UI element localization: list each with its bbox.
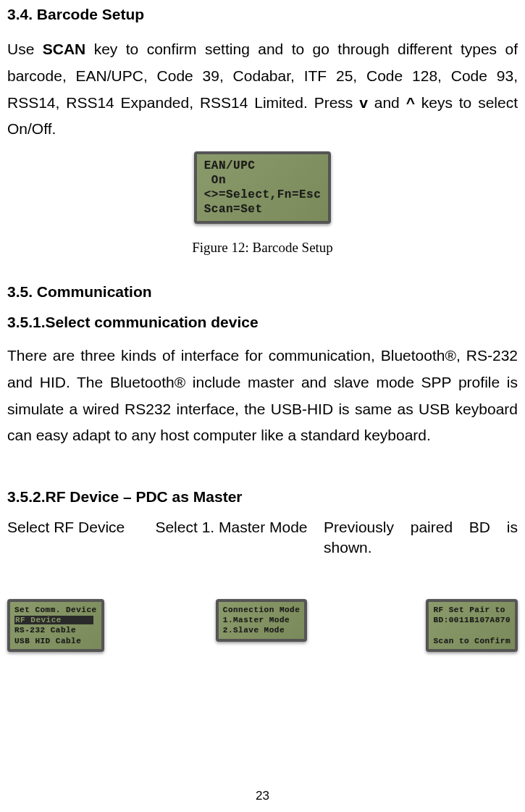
instruction-col-2: Select 1. Master Mode [155, 517, 324, 558]
lcd-screen-small: Connection Mode 1.Master Mode 2.Slave Mo… [216, 599, 308, 642]
text-fragment: Use [7, 41, 43, 57]
heading-rf-device-master: 3.5.2.RF Device – PDC as Master [7, 488, 518, 506]
lcd-line: RS-232 Cable [14, 626, 76, 635]
lcd-line: Set Comm. Device [14, 606, 97, 614]
spacer [7, 458, 518, 480]
instruction-text: Select 1. Master Mode [155, 517, 311, 537]
lcd-screen-small: RF Set Pair to BD:0011B107A870 Scan to C… [426, 599, 518, 652]
instruction-text: Select RF Device [7, 517, 142, 537]
heading-select-comm-device: 3.5.1.Select communication device [7, 314, 518, 331]
instruction-col-3: Previously paired BD is shown. [324, 517, 518, 558]
text-bold-caret: ^ [406, 94, 415, 111]
text-fragment: and [368, 94, 406, 111]
figure-caption: Figure 12: Barcode Setup [7, 240, 518, 256]
page-number: 23 [256, 789, 269, 803]
lcd-line-highlighted: RF Device [14, 616, 93, 624]
paragraph-select-comm-device: There are three kinds of interface for c… [7, 343, 518, 449]
lcd-row: Set Comm. Device RF Device RS-232 Cable … [7, 599, 518, 652]
lcd-wrap-1: Set Comm. Device RF Device RS-232 Cable … [7, 599, 104, 652]
lcd-wrap-2: Connection Mode 1.Master Mode 2.Slave Mo… [216, 599, 308, 652]
lcd-wrap-3: RF Set Pair to BD:0011B107A870 Scan to C… [426, 599, 518, 652]
instruction-text: Previously paired BD is shown. [324, 517, 518, 558]
text-fragment: Select [7, 519, 54, 535]
lcd-content: EAN/UPC On <>=Select,Fn=Esc Scan=Set [197, 154, 329, 221]
lcd-screen: EAN/UPC On <>=Select,Fn=Esc Scan=Set [194, 151, 332, 224]
lcd-line: USB HID Cable [14, 637, 81, 645]
text-bold-v: v [359, 94, 368, 111]
text-bold-rf-device: RF Device [54, 519, 125, 535]
text-fragment: Select [155, 519, 201, 535]
text-bold-scan: SCAN [43, 41, 86, 57]
instruction-col-1: Select RF Device [7, 517, 155, 558]
figure-barcode-setup: EAN/UPC On <>=Select,Fn=Esc Scan=Set [7, 151, 518, 224]
instruction-columns: Select RF Device Select 1. Master Mode P… [7, 517, 518, 558]
heading-barcode-setup: 3.4. Barcode Setup [7, 6, 518, 23]
text-bold-master-mode: 1. Master Mode [202, 519, 308, 535]
lcd-content: Set Comm. Device RF Device RS-232 Cable … [10, 602, 101, 649]
lcd-content: RF Set Pair to BD:0011B107A870 Scan to C… [429, 602, 515, 649]
lcd-content: Connection Mode 1.Master Mode 2.Slave Mo… [219, 602, 305, 639]
heading-communication: 3.5. Communication [7, 283, 518, 301]
paragraph-barcode-setup: Use SCAN key to confirm setting and to g… [7, 36, 518, 143]
lcd-screen-small: Set Comm. Device RF Device RS-232 Cable … [7, 599, 104, 652]
